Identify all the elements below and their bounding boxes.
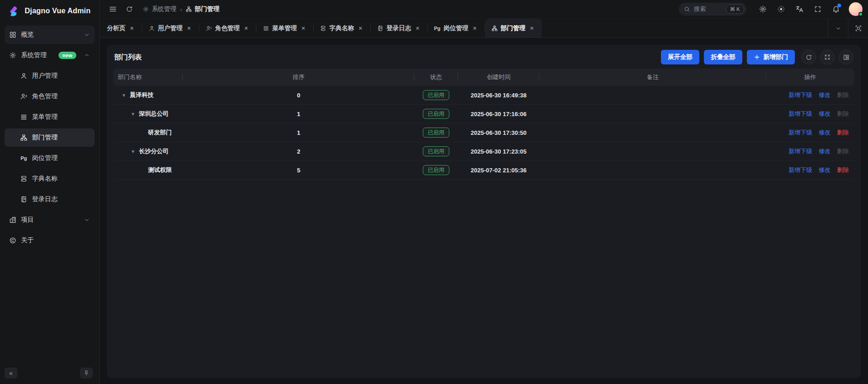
status-badge: 已启用 <box>423 165 449 175</box>
created-cell: 2025-06-30 16:49:38 <box>458 86 539 105</box>
tab-1[interactable]: 分析页× <box>101 19 142 37</box>
tree-collapse-icon[interactable]: ▼ <box>131 149 139 154</box>
breadcrumb: 系统管理 › 部门管理 <box>143 5 219 13</box>
table-fullscreen-button[interactable] <box>820 50 835 64</box>
table-row: ▼深圳总公司1已启用2025-06-30 17:16:06新增下级修改删除 <box>113 105 854 123</box>
edit-link[interactable]: 修改 <box>819 91 831 98</box>
add-child-link[interactable]: 新增下级 <box>788 129 812 136</box>
sidebar-collapse-button[interactable]: « <box>5 368 17 379</box>
tab-close-icon[interactable]: × <box>300 25 307 32</box>
tab-close-icon[interactable]: × <box>415 25 421 32</box>
sidebar-item-dicts[interactable]: 字典名称 <box>5 170 95 188</box>
user-check-icon <box>20 93 27 100</box>
sidebar-item-posts[interactable]: Pg岗位管理 <box>5 149 95 167</box>
pin-icon <box>83 370 90 376</box>
add-dept-label: 新增部门 <box>763 53 788 61</box>
add-child-link[interactable]: 新增下级 <box>788 148 812 155</box>
collapse-all-button[interactable]: 折叠全部 <box>704 50 742 64</box>
breadcrumb-item-dept[interactable]: 部门管理 <box>186 5 219 13</box>
panel-toolbar: 展开全部 折叠全部 新增部门 <box>661 50 853 64</box>
theme-toggle-button[interactable] <box>774 2 788 16</box>
gear-icon <box>759 5 767 13</box>
sidebar: Djagno Vue Admin 概览系统管理new用户管理角色管理菜单管理部门… <box>0 0 100 384</box>
sidebar-item-menus[interactable]: 菜单管理 <box>5 108 95 126</box>
tab-2[interactable]: 用户管理× <box>142 19 199 37</box>
app-title: Djagno Vue Admin <box>25 7 91 15</box>
status-badge: 已启用 <box>423 90 449 100</box>
tab-4[interactable]: 菜单管理× <box>256 19 313 37</box>
add-child-link[interactable]: 新增下级 <box>788 166 812 173</box>
language-button[interactable] <box>792 2 807 16</box>
column-header: 操作 <box>766 69 854 86</box>
tabs-strip: 分析页×用户管理×角色管理×菜单管理×字典名称×登录日志×Pg岗位管理×部门管理… <box>100 19 828 37</box>
delete-link[interactable]: 删除 <box>837 166 849 173</box>
tab-5[interactable]: 字典名称× <box>314 19 370 37</box>
add-child-link[interactable]: 新增下级 <box>788 91 812 98</box>
edit-link[interactable]: 修改 <box>819 110 831 117</box>
add-child-link[interactable]: 新增下级 <box>788 110 812 117</box>
edit-link[interactable]: 修改 <box>819 166 831 173</box>
note-cell <box>539 123 766 142</box>
notifications-button[interactable] <box>829 2 843 16</box>
expand-all-button[interactable]: 展开全部 <box>661 50 699 64</box>
tabs-menu-button[interactable] <box>828 19 848 37</box>
refresh-page-button[interactable] <box>122 2 136 16</box>
new-badge: new <box>59 52 76 59</box>
chevron-up-icon <box>84 52 90 59</box>
tree-collapse-icon[interactable]: ▼ <box>131 112 139 117</box>
search-input[interactable]: 搜索 ⌘ K <box>679 3 746 16</box>
actions-cell: 新增下级修改删除 <box>766 123 854 142</box>
tab-close-icon[interactable]: × <box>129 25 135 32</box>
dept-name: 研发部门 <box>148 128 172 137</box>
breadcrumb-item-system[interactable]: 系统管理 <box>143 5 176 13</box>
plus-icon <box>754 54 760 60</box>
sun-icon <box>777 5 785 13</box>
sidebar-item-system[interactable]: 系统管理new <box>5 46 95 64</box>
tree-collapse-icon[interactable]: ▼ <box>122 93 130 98</box>
tab-close-icon[interactable]: × <box>357 25 364 32</box>
logo[interactable]: Djagno Vue Admin <box>0 1 99 21</box>
column-settings-button[interactable] <box>839 50 853 64</box>
avatar[interactable] <box>849 2 863 16</box>
fullscreen-icon <box>814 5 821 13</box>
sidebar-item-label: 用户管理 <box>32 72 90 80</box>
fullscreen-button[interactable] <box>810 2 825 16</box>
sidebar-item-roles[interactable]: 角色管理 <box>5 87 95 106</box>
expand-arrows-icon <box>824 54 831 60</box>
settings-button[interactable] <box>756 2 770 16</box>
tab-8[interactable]: 部门管理× <box>485 19 542 37</box>
translate-icon <box>795 5 804 13</box>
sidebar-item-depts[interactable]: 部门管理 <box>5 128 95 147</box>
tab-close-icon[interactable]: × <box>243 25 250 32</box>
edit-link[interactable]: 修改 <box>819 129 831 136</box>
delete-link[interactable]: 删除 <box>837 129 849 136</box>
tab-7[interactable]: Pg岗位管理× <box>428 19 485 37</box>
sidebar-pin-button[interactable] <box>80 368 93 379</box>
panel-header: 部门列表 展开全部 折叠全部 新增部门 <box>113 45 854 69</box>
maximize-icon <box>855 25 862 32</box>
sidebar-item-overview[interactable]: 概览 <box>5 26 95 44</box>
table-refresh-button[interactable] <box>801 50 816 64</box>
sidebar-item-project[interactable]: 项目 <box>5 211 95 229</box>
sidebar-item-users[interactable]: 用户管理 <box>5 67 95 85</box>
table-tools <box>801 50 853 64</box>
online-status-dot <box>858 12 863 16</box>
pg-icon: Pg <box>434 25 441 32</box>
tab-6[interactable]: 登录日志× <box>371 19 427 37</box>
sort-cell: 0 <box>183 86 414 105</box>
actions-cell: 新增下级修改删除 <box>766 142 854 161</box>
sort-cell: 1 <box>183 123 414 142</box>
tab-close-icon[interactable]: × <box>186 25 192 32</box>
content-maximize-button[interactable] <box>848 19 868 37</box>
tab-close-icon[interactable]: × <box>472 25 478 32</box>
edit-link[interactable]: 修改 <box>819 148 831 155</box>
notification-dot <box>837 4 841 7</box>
dept-name: 长沙分公司 <box>139 147 169 155</box>
add-dept-button[interactable]: 新增部门 <box>747 50 795 64</box>
sidebar-toggle-button[interactable] <box>106 2 120 16</box>
sidebar-item-logs[interactable]: 登录日志 <box>5 190 95 208</box>
sidebar-item-about[interactable]: 关于 <box>5 231 95 250</box>
dept-name-cell: 测试权限 <box>113 161 183 180</box>
tab-3[interactable]: 角色管理× <box>199 19 256 37</box>
tab-close-icon[interactable]: × <box>529 25 535 32</box>
